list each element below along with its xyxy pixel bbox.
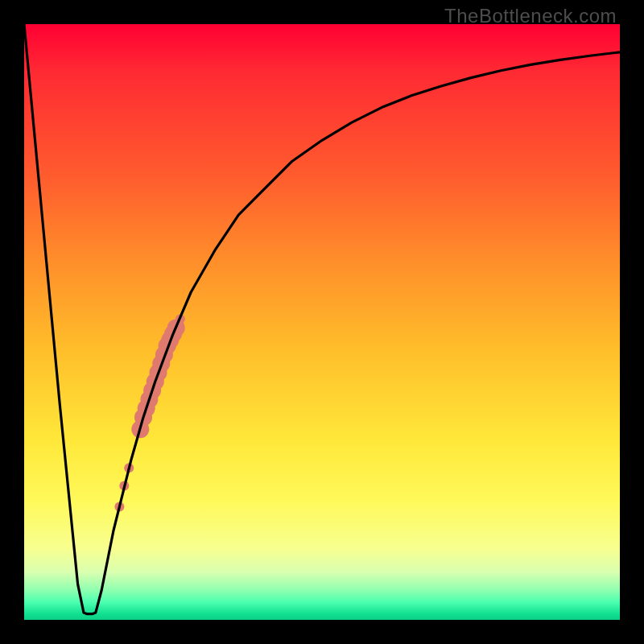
curve-layer bbox=[24, 24, 620, 620]
chart-frame: TheBottleneck.com bbox=[0, 0, 644, 644]
watermark-text: TheBottleneck.com bbox=[444, 5, 617, 27]
bottleneck-curve bbox=[24, 24, 620, 614]
plot-area bbox=[24, 24, 620, 620]
